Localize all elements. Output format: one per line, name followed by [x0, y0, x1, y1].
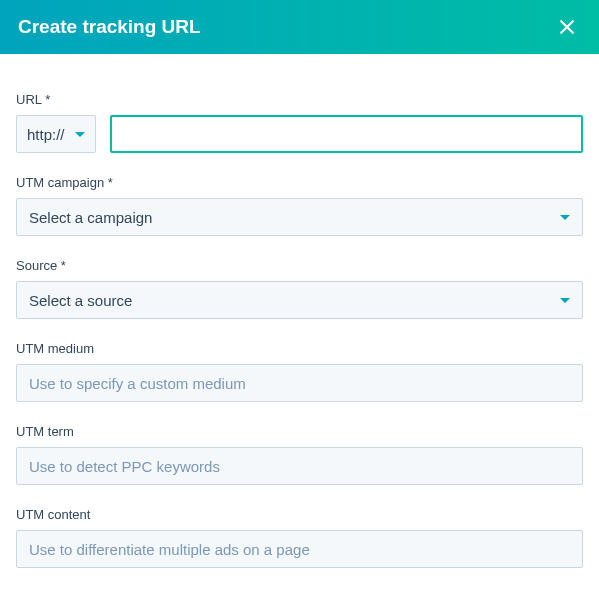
term-field-group: UTM term: [16, 424, 583, 485]
modal-body: URL * http:// UTM campaign * Select a ca…: [0, 54, 599, 596]
source-label: Source *: [16, 258, 583, 273]
url-input[interactable]: [110, 115, 583, 153]
protocol-select[interactable]: http://: [16, 115, 96, 153]
source-select[interactable]: Select a source: [16, 281, 583, 319]
campaign-label: UTM campaign *: [16, 175, 583, 190]
modal-title: Create tracking URL: [18, 16, 201, 38]
source-field-group: Source * Select a source: [16, 258, 583, 319]
term-label: UTM term: [16, 424, 583, 439]
medium-field-group: UTM medium: [16, 341, 583, 402]
url-field-group: URL * http://: [16, 92, 583, 153]
url-label: URL *: [16, 92, 583, 107]
chevron-down-icon: [560, 215, 570, 220]
campaign-field-group: UTM campaign * Select a campaign: [16, 175, 583, 236]
content-label: UTM content: [16, 507, 583, 522]
content-input[interactable]: [16, 530, 583, 568]
close-icon: [557, 17, 577, 37]
source-placeholder: Select a source: [29, 292, 132, 309]
campaign-placeholder: Select a campaign: [29, 209, 152, 226]
term-input[interactable]: [16, 447, 583, 485]
chevron-down-icon: [560, 298, 570, 303]
chevron-down-icon: [75, 132, 85, 137]
url-row: http://: [16, 115, 583, 153]
medium-label: UTM medium: [16, 341, 583, 356]
campaign-select[interactable]: Select a campaign: [16, 198, 583, 236]
close-button[interactable]: [553, 13, 581, 41]
content-field-group: UTM content: [16, 507, 583, 568]
modal-header: Create tracking URL: [0, 0, 599, 54]
protocol-value: http://: [27, 126, 65, 143]
medium-input[interactable]: [16, 364, 583, 402]
